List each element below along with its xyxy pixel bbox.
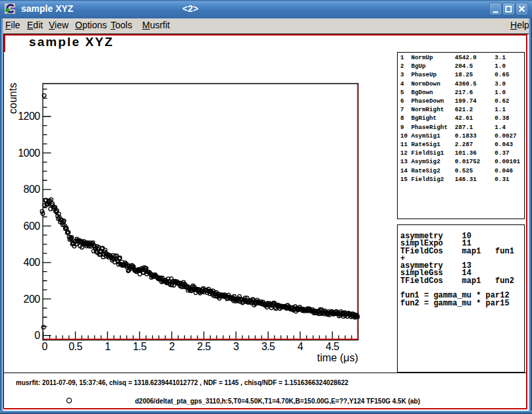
svg-text:4.5: 4.5 xyxy=(325,341,339,352)
svg-text:time (μs): time (μs) xyxy=(317,352,358,363)
svg-text:counts: counts xyxy=(7,83,18,114)
svg-text:2: 2 xyxy=(169,341,175,352)
svg-text:600: 600 xyxy=(24,220,41,232)
svg-text:1200: 1200 xyxy=(18,111,40,122)
svg-text:3.5: 3.5 xyxy=(261,341,275,352)
svg-text:4: 4 xyxy=(298,341,304,352)
svg-text:1000: 1000 xyxy=(18,147,40,159)
svg-text:0.5: 0.5 xyxy=(68,341,82,352)
svg-text:0: 0 xyxy=(42,341,48,352)
svg-text:200: 200 xyxy=(24,294,41,305)
svg-text:0: 0 xyxy=(34,330,40,341)
svg-text:800: 800 xyxy=(24,184,41,195)
svg-text:2.5: 2.5 xyxy=(197,341,211,352)
svg-text:400: 400 xyxy=(24,257,41,268)
svg-text:1: 1 xyxy=(105,341,111,352)
svg-text:1.5: 1.5 xyxy=(133,341,147,352)
svg-text:3: 3 xyxy=(233,341,239,352)
